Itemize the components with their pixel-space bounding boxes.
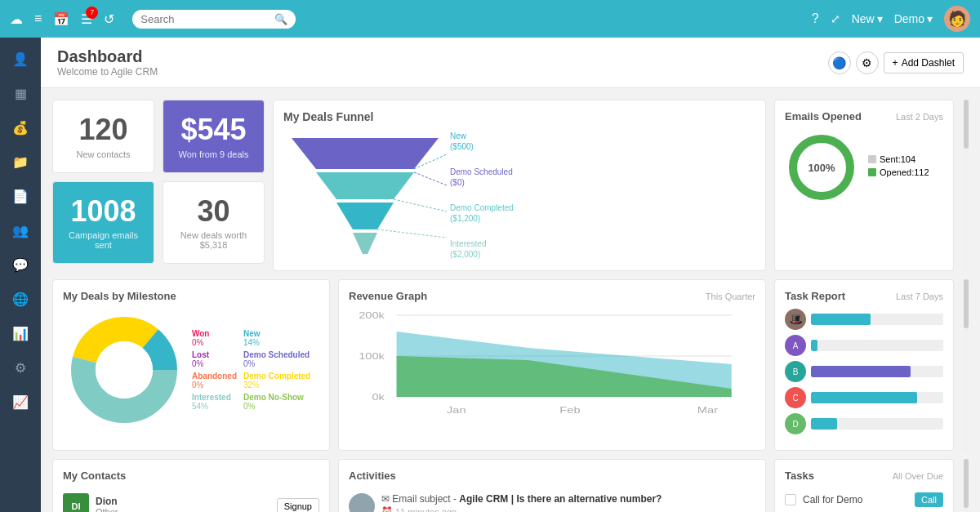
svg-marker-2 [336,203,394,229]
activity-bold-0: Agile CRM | Is there an alternative numb… [459,493,662,505]
sidebar-item-reports[interactable]: 📊 [4,318,37,348]
chrome-icon-button[interactable]: 🔵 [828,51,851,74]
contact-item-0: DI Dion Other, Signup [63,488,319,512]
demo-button[interactable]: Demo ▾ [894,12,933,25]
search-input[interactable] [140,13,270,25]
funnel-label-sched: Demo Scheduled($0) [450,167,514,188]
won-deals-label: Won from 9 deals [173,149,254,159]
topnav-right: ? ⤢ New ▾ Demo ▾ 🧑 [812,6,970,32]
activity-prefix-0: ✉ Email subject - [381,493,459,505]
emails-period: Last 2 Days [896,112,943,122]
milestone-title: My Deals by Milestone [63,290,319,302]
sidebar-item-groups[interactable]: 👥 [4,216,37,245]
add-dashlet-button[interactable]: + Add Dashlet [884,52,964,73]
revenue-header: Revenue Graph This Quarter [349,290,755,302]
new-deals-number: 30 [173,195,254,228]
task-bar-bg-4 [811,418,943,430]
task-bar-fill-0 [811,314,871,325]
expand-icon[interactable]: ⤢ [831,12,840,25]
svg-marker-1 [316,172,414,199]
sidebar-item-messages[interactable]: 💬 [4,250,37,279]
right-scrollbar-2[interactable] [964,279,969,451]
funnel-label-comp: Demo Completed($1,200) [450,203,514,224]
sidebar: 👤 ▦ 💰 📁 📄 👥 💬 🌐 📊 ⚙ 📈 [0,38,41,512]
avatar[interactable]: 🧑 [944,6,970,32]
sidebar-item-settings[interactable]: ⚙ [4,353,37,382]
task-avatar-0: 🎩 [785,309,806,330]
stat-cards: 120 New contacts $545 Won from 9 deals 1… [52,100,265,271]
new-contacts-label: New contacts [63,149,144,159]
activity-item-0: ✉ Email subject - Agile CRM | Is there a… [349,488,755,512]
sidebar-item-contacts[interactable]: 👤 [4,44,37,73]
main-content: Dashboard Welcome to Agile CRM 🔵 ⚙ + Add… [41,38,980,512]
sidebar-item-dashboard[interactable]: ▦ [4,78,37,108]
new-button[interactable]: New ▾ [852,12,883,25]
svg-line-6 [394,199,447,211]
dashboard: 120 New contacts $545 Won from 9 deals 1… [41,88,980,512]
sidebar-item-files[interactable]: 📁 [4,147,37,176]
plus-icon: + [893,57,898,69]
page-header: Dashboard Welcome to Agile CRM 🔵 ⚙ + Add… [41,38,980,88]
revenue-period: This Quarter [706,292,755,301]
clock-icon-0: ⏰ [381,506,393,512]
emails-card: Emails Opened Last 2 Days 100% Sent:104 [774,100,954,271]
tasks-title: Tasks [785,470,814,482]
svg-text:200k: 200k [359,311,385,320]
task-name-0: Call for Demo [803,494,908,505]
svg-text:100k: 100k [359,352,385,361]
milestone-demo-noshow: Demo No-Show0% [243,393,310,411]
donut-percent: 100% [808,162,835,174]
legend-opened-dot [868,168,876,176]
sidebar-item-analytics[interactable]: 📈 [4,387,37,416]
task-avatar-4: D [785,413,806,434]
milestone-new: New14% [243,329,310,347]
stat-row-1: 120 New contacts $545 Won from 9 deals [52,100,265,173]
svg-marker-0 [292,138,439,169]
milestone-interested: Interested54% [192,393,237,411]
task-bar-bg-1 [811,340,943,351]
right-scrollbar-3[interactable] [964,459,969,512]
calendar-icon[interactable]: 📅 [53,11,69,27]
sidebar-item-deals[interactable]: 💰 [4,113,37,142]
activity-time-0: ⏰ 11 minutes ago [381,506,662,512]
history-icon[interactable]: ↺ [104,11,114,27]
revenue-card: Revenue Graph This Quarter 200k 100k 0k [338,279,766,451]
task-bar-fill-3 [811,392,917,403]
milestone-abandoned: Abandoned0% [192,372,237,390]
revenue-svg: 200k 100k 0k Jan Feb Mar [349,307,755,438]
task-checkbox-0[interactable] [785,494,796,505]
legend-sent-dot [868,155,876,163]
won-deals-card: $545 Won from 9 deals [163,100,265,173]
svg-point-12 [96,341,153,398]
donut-wrap: 100% Sent:104 Opened:112 [785,131,943,204]
notifications-wrap[interactable]: ☰ 7 [81,11,92,27]
new-deals-card: 30 New deals worth $5,318 [163,181,265,265]
task-bar-rows: 🎩 A B [785,309,943,434]
funnel-label-int: Interested($2,000) [450,238,514,260]
settings-icon-button[interactable]: ⚙ [856,51,879,74]
menu-icon[interactable]: ≡ [34,11,42,26]
contact-info-0: Dion Other, [96,496,270,512]
emails-title: Emails Opened [785,110,862,122]
search-box[interactable]: 🔍 [132,10,296,29]
help-icon[interactable]: ? [812,11,819,26]
task-report-title: Task Report [785,290,845,302]
task-avatar-2: B [785,361,806,382]
svg-text:Jan: Jan [447,406,466,415]
task-bar-bg-2 [811,366,943,377]
task-item-0: Call for Demo Call [785,488,943,511]
chrome-icon: 🔵 [832,56,846,69]
row-3: My Contacts DI Dion Other, Signup Activi… [52,459,969,512]
cloud-icon[interactable]: ☁ [10,11,23,27]
signup-button-0[interactable]: Signup [277,498,319,512]
campaign-emails-number: 1008 [63,195,144,228]
task-bar-fill-2 [811,366,911,377]
tasks-card: Tasks All Over Due Call for Demo Call Fr… [774,459,954,512]
contact-sub-0: Other, [96,507,270,512]
header-actions: 🔵 ⚙ + Add Dashlet [828,51,964,74]
sidebar-item-web[interactable]: 🌐 [4,284,37,314]
sidebar-item-documents[interactable]: 📄 [4,181,37,211]
right-scrollbar[interactable] [964,100,969,271]
task-call-button-0[interactable]: Call [915,492,943,507]
milestone-card: My Deals by Milestone [52,279,330,451]
